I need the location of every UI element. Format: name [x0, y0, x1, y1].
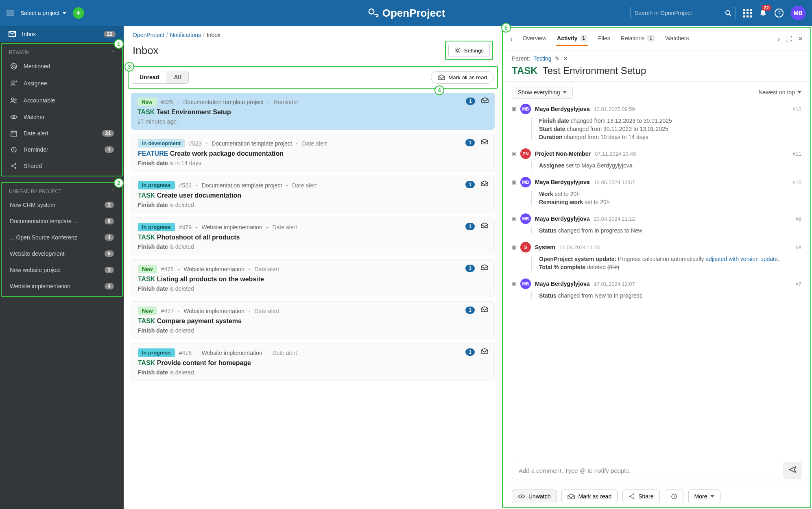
notif-count-badge: 1	[465, 307, 475, 314]
svg-point-9	[13, 116, 15, 118]
activity-user[interactable]: Project Non-Member	[535, 150, 591, 157]
remove-parent-icon[interactable]: ✕	[563, 55, 568, 62]
svg-line-26	[631, 497, 633, 498]
collapse-reason[interactable]: ⌃	[111, 50, 115, 55]
collapse-icon[interactable]: ▣	[512, 216, 516, 222]
collapse-icon[interactable]: ▣	[512, 151, 516, 157]
sidebar-reason-watcher[interactable]: Watcher	[2, 109, 122, 125]
project-selector[interactable]: Select a project	[20, 10, 66, 16]
activity-number: #11	[792, 151, 801, 157]
notification-card[interactable]: In progress #479 - Website implementatio…	[131, 218, 495, 255]
mark-read-icon[interactable]	[480, 348, 489, 354]
share-button[interactable]: Share	[622, 489, 659, 503]
collapse-icon[interactable]: ▣	[512, 106, 516, 112]
fullscreen-icon[interactable]: ⛶	[786, 35, 792, 43]
envelope-open-icon	[438, 74, 445, 80]
notification-card[interactable]: New #325 - Documentation template projec…	[131, 93, 495, 130]
search-box[interactable]	[630, 7, 736, 19]
close-icon[interactable]: ✕	[798, 35, 803, 43]
unwatch-button[interactable]: Unwatch	[512, 489, 557, 503]
sidebar-reason-reminder[interactable]: Reminder1	[2, 141, 122, 158]
notification-card[interactable]: In development #523 - Documentation temp…	[131, 134, 495, 172]
activity-item: ▣ MB Maya Berdygylyjova 13.01.2025 09:59…	[512, 104, 801, 140]
activity-user[interactable]: Maya Berdygylyjova	[535, 215, 590, 222]
notification-card[interactable]: New #478 - Website implementation - Date…	[131, 259, 495, 297]
sidebar-reason-date-alert[interactable]: Date alert21	[2, 125, 122, 141]
notifications-bell[interactable]: 22	[759, 9, 767, 17]
tab-overview[interactable]: Overview	[522, 32, 547, 46]
user-avatar[interactable]: MB	[791, 6, 805, 20]
sidebar-reason-accountable[interactable]: Accountable	[2, 92, 122, 109]
search-input[interactable]	[635, 10, 722, 16]
annotation-number-3: 3	[124, 62, 134, 72]
activity-user[interactable]: System	[535, 244, 555, 250]
tab-watchers[interactable]: Watchers	[664, 32, 690, 46]
add-button[interactable]: +	[73, 7, 84, 19]
breadcrumb: OpenProject/Notifications/Inbox	[124, 26, 502, 38]
mark-read-icon[interactable]	[481, 97, 489, 103]
sidebar-reason-shared[interactable]: Shared	[2, 158, 122, 174]
mark-read-icon[interactable]	[480, 138, 489, 145]
filter-tab-unread[interactable]: Unread	[132, 71, 166, 83]
status-chip: In development	[138, 139, 185, 148]
annotation-number-1: 1	[114, 39, 124, 49]
notification-card[interactable]: New #477 - Website implementation - Date…	[131, 301, 495, 339]
breadcrumb-mid[interactable]: Notifications	[170, 32, 201, 38]
parent-link[interactable]: Testing	[533, 55, 551, 62]
mark-read-icon[interactable]	[480, 306, 489, 312]
gear-icon	[454, 47, 461, 54]
mark-read-button[interactable]: Mark as read	[561, 489, 618, 503]
sidebar-project[interactable]: Website development6	[2, 246, 122, 262]
share-icon	[10, 163, 18, 169]
settings-label: Settings	[464, 48, 484, 54]
activity-user[interactable]: Maya Berdygylyjova	[535, 281, 590, 287]
tab-files[interactable]: Files	[597, 32, 611, 46]
breadcrumb-root[interactable]: OpenProject	[133, 32, 164, 38]
sidebar-project[interactable]: New CRM system2	[2, 197, 122, 213]
more-button[interactable]: More	[688, 489, 721, 503]
tab-relations[interactable]: Relations 1	[620, 32, 655, 46]
activity-user[interactable]: Maya Berdygylyjova	[535, 179, 590, 185]
collapse-unread[interactable]: ⌃	[111, 189, 115, 194]
mark-all-read-button[interactable]: Mark all as read	[431, 71, 494, 84]
clock-icon	[671, 493, 677, 500]
user-icon	[10, 80, 18, 87]
sidebar-project[interactable]: Website implementation4	[2, 278, 122, 294]
detail-next[interactable]: ›	[778, 35, 780, 43]
filter-tabs: Unread All	[132, 71, 189, 84]
sidebar-reason-assignee[interactable]: Assignee	[2, 75, 122, 92]
apps-icon[interactable]	[743, 9, 752, 17]
sidebar-project[interactable]: ... Open Source Konferenz1	[2, 229, 122, 246]
wp-name: Test Environment Setup	[543, 65, 646, 76]
sort-button[interactable]: Newest on top	[759, 86, 802, 99]
activity-user[interactable]: Maya Berdygylyjova	[535, 106, 590, 112]
project-selector-label: Select a project	[20, 10, 60, 16]
collapse-icon[interactable]: ▣	[512, 244, 516, 250]
collapse-icon[interactable]: ▣	[512, 179, 516, 185]
sidebar-project[interactable]: Documentation template ...6	[2, 213, 122, 229]
sidebar-project[interactable]: New website project3	[2, 262, 122, 278]
notification-card[interactable]: In progress #522 - Documentation templat…	[131, 176, 495, 213]
notif-count-badge: 1	[465, 181, 475, 188]
show-filter-button[interactable]: Show everything	[512, 86, 573, 99]
collapse-icon[interactable]: ▣	[512, 281, 516, 287]
activity-item: ▣ MB Maya Berdygylyjova 23.04.2024 21:12…	[512, 213, 801, 234]
settings-button[interactable]: Settings	[448, 44, 490, 57]
notification-card[interactable]: In progress #476 - Website implementatio…	[131, 343, 495, 381]
svg-line-19	[13, 166, 15, 167]
mark-read-icon[interactable]	[480, 264, 489, 270]
tab-activity[interactable]: Activity 1	[556, 32, 588, 46]
comment-input[interactable]: Add a comment. Type @ to notify people.	[512, 462, 780, 479]
menu-toggle[interactable]	[7, 11, 14, 15]
reminder-button[interactable]	[665, 489, 683, 503]
mark-read-icon[interactable]	[480, 222, 489, 228]
status-chip: In progress	[138, 348, 175, 357]
edit-parent-icon[interactable]: ✎	[555, 55, 560, 62]
detail-back[interactable]: ‹	[510, 34, 513, 44]
send-button[interactable]	[784, 462, 801, 479]
sidebar-reason-mentioned[interactable]: Mentioned	[2, 58, 122, 75]
help-icon[interactable]: ?	[775, 9, 784, 17]
filter-tab-all[interactable]: All	[166, 71, 188, 83]
mark-read-icon[interactable]	[480, 180, 489, 187]
sidebar-inbox[interactable]: Inbox 22	[0, 26, 124, 42]
